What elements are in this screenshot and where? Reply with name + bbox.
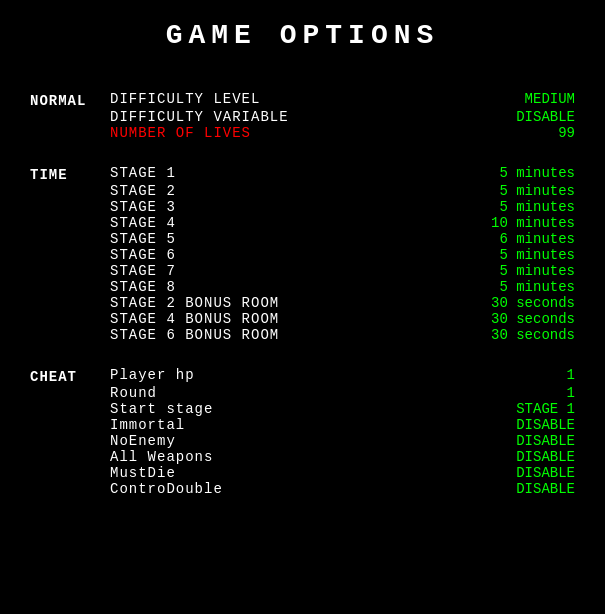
option-value: DISABLE [455,417,575,433]
option-row: STAGE 56 minutes [30,231,575,247]
option-row: DIFFICULTY VARIABLEDISABLE [30,109,575,125]
option-name: DIFFICULTY VARIABLE [110,109,455,125]
section-label [30,433,110,435]
option-name: STAGE 6 BONUS ROOM [110,327,455,343]
option-value: DISABLE [455,433,575,449]
option-row: STAGE 410 minutes [30,215,575,231]
section-label [30,417,110,419]
option-value: DISABLE [455,109,575,125]
option-name: Player hp [110,367,455,383]
option-name: All Weapons [110,449,455,465]
option-name: NUMBER OF LIVES [110,125,455,141]
option-row: ImmortalDISABLE [30,417,575,433]
section-label [30,481,110,483]
option-row: NoEnemyDISABLE [30,433,575,449]
option-name: STAGE 2 BONUS ROOM [110,295,455,311]
option-row: Round1 [30,385,575,401]
section-label [30,327,110,329]
option-name: MustDie [110,465,455,481]
option-value: 30 seconds [455,311,575,327]
options-container: NORMALDIFFICULTY LEVELMEDIUMDIFFICULTY V… [30,91,575,497]
option-value: 5 minutes [455,279,575,295]
option-name: STAGE 5 [110,231,455,247]
section-label [30,125,110,127]
option-name: STAGE 3 [110,199,455,215]
section-label [30,449,110,451]
option-name: ControDouble [110,481,455,497]
section-label [30,401,110,403]
option-value: MEDIUM [455,91,575,107]
option-row: STAGE 75 minutes [30,263,575,279]
option-row: STAGE 65 minutes [30,247,575,263]
option-row: NORMALDIFFICULTY LEVELMEDIUM [30,91,575,109]
option-name: STAGE 4 BONUS ROOM [110,311,455,327]
option-value: 5 minutes [455,247,575,263]
section-label: TIME [30,165,110,183]
option-name: Start stage [110,401,455,417]
section-label [30,231,110,233]
option-name: STAGE 4 [110,215,455,231]
section-label [30,215,110,217]
option-row: STAGE 4 BONUS ROOM30 seconds [30,311,575,327]
option-value: 5 minutes [455,263,575,279]
option-value: 1 [455,385,575,401]
option-name: STAGE 8 [110,279,455,295]
option-value: STAGE 1 [455,401,575,417]
option-value: DISABLE [455,481,575,497]
option-value: DISABLE [455,449,575,465]
section-label [30,295,110,297]
option-value: 5 minutes [455,165,575,181]
option-name: STAGE 7 [110,263,455,279]
section-label: CHEAT [30,367,110,385]
option-name: NoEnemy [110,433,455,449]
section-label [30,109,110,111]
section-label [30,279,110,281]
option-row: TIMESTAGE 15 minutes [30,165,575,183]
option-row: STAGE 35 minutes [30,199,575,215]
option-value: DISABLE [455,465,575,481]
option-value: 5 minutes [455,199,575,215]
option-row: NUMBER OF LIVES99 [30,125,575,141]
option-value: 30 seconds [455,295,575,311]
option-row: Start stageSTAGE 1 [30,401,575,417]
option-row: STAGE 2 BONUS ROOM30 seconds [30,295,575,311]
option-name: Immortal [110,417,455,433]
option-row: STAGE 25 minutes [30,183,575,199]
option-row: MustDieDISABLE [30,465,575,481]
option-value: 6 minutes [455,231,575,247]
option-row: STAGE 6 BONUS ROOM30 seconds [30,327,575,343]
option-row: ControDoubleDISABLE [30,481,575,497]
option-value: 30 seconds [455,327,575,343]
section-label [30,183,110,185]
option-name: STAGE 1 [110,165,455,181]
section-label [30,263,110,265]
option-name: STAGE 6 [110,247,455,263]
page-title: GAME OPTIONS [30,20,575,51]
option-value: 1 [455,367,575,383]
section-label [30,247,110,249]
option-row: CHEATPlayer hp1 [30,367,575,385]
option-value: 99 [455,125,575,141]
section-label [30,311,110,313]
section-label [30,465,110,467]
option-name: STAGE 2 [110,183,455,199]
option-value: 10 minutes [455,215,575,231]
section-label [30,199,110,201]
option-row: STAGE 85 minutes [30,279,575,295]
option-name: DIFFICULTY LEVEL [110,91,455,107]
section-label: NORMAL [30,91,110,109]
option-name: Round [110,385,455,401]
option-row: All WeaponsDISABLE [30,449,575,465]
option-value: 5 minutes [455,183,575,199]
section-label [30,385,110,387]
